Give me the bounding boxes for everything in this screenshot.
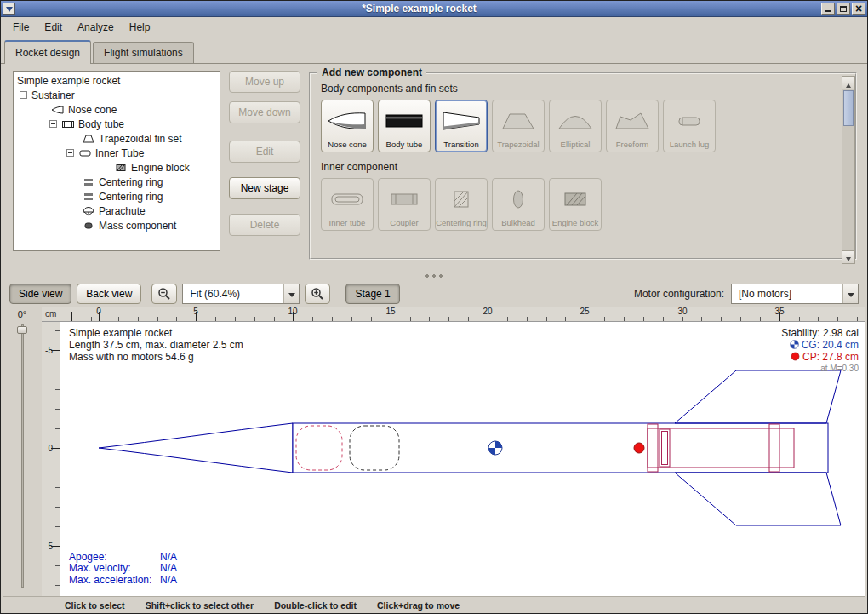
menu-analyze[interactable]: Analyze (71, 19, 121, 36)
collapse-toggle-icon[interactable] (20, 91, 27, 99)
component-button-label: Centering ring (436, 219, 487, 227)
slider-thumb[interactable] (17, 326, 27, 334)
centering-ring-icon (82, 192, 95, 202)
collapse-toggle-icon[interactable] (66, 149, 74, 157)
tree-item-inner-tube[interactable]: Inner Tube (14, 146, 220, 160)
menu-file[interactable]: File (6, 19, 36, 36)
coupler-icon (384, 188, 425, 210)
component-button-label: Body tube (386, 141, 423, 149)
motor-configuration-value: [No motors] (732, 288, 842, 300)
freeform-fin-icon (612, 110, 653, 132)
back-view-button[interactable]: Back view (77, 284, 141, 304)
zoom-in-button[interactable] (305, 284, 330, 304)
add-nose-cone-button[interactable]: Nose cone (321, 100, 374, 152)
ruler-tick-label: 0 (96, 307, 101, 316)
add-coupler-button[interactable]: Coupler (378, 178, 431, 231)
collapse-toggle-icon[interactable] (49, 120, 57, 128)
side-view-button[interactable]: Side view (9, 284, 71, 304)
fin-upper-shape[interactable] (675, 370, 841, 423)
tree-item-body-tube[interactable]: Body tube (14, 117, 220, 131)
component-button-label: Freeform (616, 141, 649, 149)
tab-flight-simulations[interactable]: Flight simulations (93, 42, 194, 64)
tree-item-engine-block[interactable]: Engine block (14, 160, 220, 175)
fin-lower-shape[interactable] (675, 473, 841, 525)
fin-set-icon (82, 134, 95, 144)
edit-button[interactable]: Edit (229, 141, 300, 163)
add-transition-button[interactable]: Transition (435, 100, 488, 152)
chevron-down-icon (842, 284, 858, 303)
window-menu-icon[interactable] (3, 3, 15, 15)
scrollbar-thumb[interactable] (843, 90, 854, 126)
cg-legend-icon (790, 340, 799, 349)
cp-value: CP: 27.8 cm (802, 351, 859, 363)
add-engine-block-button[interactable]: Engine block (549, 178, 602, 231)
hint-double-click: Double-click to edit (274, 600, 357, 611)
zoom-out-button[interactable] (151, 284, 177, 304)
component-button-label: Nose cone (328, 141, 366, 149)
new-stage-button[interactable]: New stage (229, 177, 300, 199)
cp-legend-icon (791, 352, 800, 361)
add-inner-tube-button[interactable]: Inner tube (321, 178, 374, 231)
tree-item-sustainer[interactable]: Sustainer (14, 88, 220, 102)
ruler-tick-label: 30 (677, 307, 687, 316)
nose-cone-icon (51, 105, 65, 115)
split-pane-divider[interactable] (1, 271, 867, 281)
nose-cone-shape[interactable] (99, 423, 293, 473)
add-elliptical-button[interactable]: Elliptical (549, 100, 602, 152)
apogee-label: Apogee: (69, 552, 160, 564)
tree-item-mass-component[interactable]: Mass component (14, 218, 220, 232)
add-centering-ring-button[interactable]: Centering ring (435, 178, 488, 231)
max-velocity-label: Max. velocity: (69, 563, 160, 575)
tree-item-rocket[interactable]: Simple example rocket (14, 73, 220, 88)
inner-tube-icon (78, 148, 92, 158)
add-body-tube-button[interactable]: Body tube (378, 100, 431, 152)
vertical-ruler: -5 0 5 (42, 322, 60, 596)
slider-track (21, 324, 24, 588)
add-bulkhead-button[interactable]: Bulkhead (492, 178, 545, 231)
tab-rocket-design[interactable]: Rocket design (4, 40, 91, 64)
component-tree[interactable]: Simple example rocket Sustainer Nose con… (13, 71, 220, 251)
tree-item-centering-ring-1[interactable]: Centering ring (14, 175, 220, 189)
elliptical-fin-icon (555, 110, 596, 132)
stability-info: Stability: 2.98 cal CG: 20.4 cm CP: 27.8… (781, 327, 859, 375)
add-freeform-button[interactable]: Freeform (606, 100, 659, 152)
hint-click-select: Click to select (65, 600, 125, 611)
mach-condition: at M=0.30 (781, 363, 859, 375)
design-mass: Mass with no motors 54.6 g (69, 351, 243, 363)
parachute-icon (82, 206, 95, 216)
rotation-slider[interactable] (16, 324, 28, 588)
add-trapezoidal-button[interactable]: Trapezoidal (492, 100, 545, 152)
delete-button[interactable]: Delete (229, 214, 300, 236)
motor-configuration-select[interactable]: [No motors] (731, 284, 859, 304)
chevron-down-icon (283, 284, 299, 303)
tree-item-parachute[interactable]: Parachute (14, 204, 220, 218)
maximize-button[interactable] (837, 3, 850, 15)
stage-1-toggle[interactable]: Stage 1 (345, 284, 399, 304)
zoom-value: Fit (60.4%) (183, 288, 283, 300)
minimize-button[interactable] (821, 3, 835, 15)
body-tube-shape[interactable] (293, 423, 828, 473)
tree-item-label: Centering ring (99, 176, 163, 188)
centering-ring-icon (82, 177, 95, 187)
zoom-select[interactable]: Fit (60.4%) (182, 284, 300, 304)
add-panel-scrollbar[interactable] (842, 76, 855, 264)
move-up-button[interactable]: Move up (229, 71, 300, 93)
horizontal-ruler: 0 5 10 15 20 25 30 35 (60, 307, 865, 322)
rotation-column: 0° (3, 307, 42, 596)
close-button[interactable] (852, 3, 865, 15)
menu-edit[interactable]: Edit (37, 19, 69, 36)
ruler-tick-label: 20 (483, 307, 492, 316)
scroll-up-icon[interactable] (842, 77, 854, 89)
rocket-canvas[interactable]: Simple example rocket Length 37.5 cm, ma… (60, 322, 865, 596)
scroll-down-icon[interactable] (842, 250, 854, 263)
rocket-figure-panel: 0° cm 0 5 10 15 20 25 30 35 -5 0 5 (3, 307, 865, 597)
design-dimensions: Length 37.5 cm, max. diameter 2.5 cm (69, 339, 243, 351)
tree-item-centering-ring-2[interactable]: Centering ring (14, 189, 220, 204)
tree-item-nose-cone[interactable]: Nose cone (14, 102, 220, 117)
ruler-tick-label: 5 (193, 307, 198, 316)
tree-item-fin-set[interactable]: Trapezoidal fin set (14, 131, 220, 146)
mass-component-icon (82, 221, 95, 231)
add-launch-lug-button[interactable]: Launch lug (663, 100, 716, 152)
menu-help[interactable]: Help (123, 19, 157, 36)
move-down-button[interactable]: Move down (229, 101, 300, 123)
